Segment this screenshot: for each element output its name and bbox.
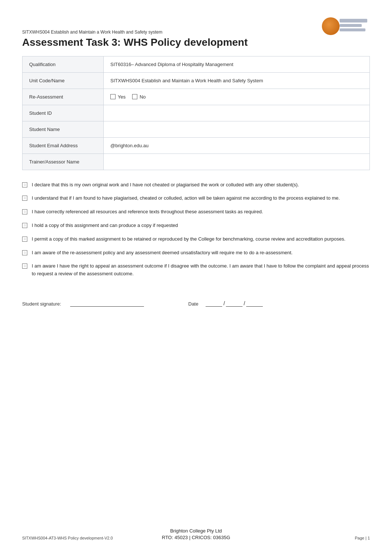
table-row: Student Email Address @brighton.edu.au	[23, 137, 370, 154]
value-student-name	[104, 121, 370, 137]
date-month[interactable]	[226, 300, 243, 307]
label-trainer-name: Trainer/Assessor Name	[23, 154, 104, 170]
list-item: □ I permit a copy of this marked assignm…	[22, 235, 370, 243]
declaration-text: I understand that if I am found to have …	[32, 194, 370, 202]
value-student-id	[104, 105, 370, 121]
label-unit-code: Unit Code/Name	[23, 72, 104, 89]
footer-center-line1: Brighton College Pty Ltd	[170, 528, 222, 534]
checkbox-yes[interactable]: Yes	[110, 94, 125, 100]
date-slash-1: /	[223, 300, 225, 307]
bullet-icon: □	[22, 237, 27, 242]
signature-line[interactable]	[70, 300, 144, 307]
footer-right: Page | 1	[355, 536, 370, 540]
date-year[interactable]	[246, 300, 263, 307]
label-re-assessment: Re-Assessment	[23, 89, 104, 105]
declaration-text: I declare that this is my own original w…	[32, 181, 370, 189]
declaration-list: □ I declare that this is my own original…	[22, 181, 370, 278]
page-footer: SITXWHS004-AT3-WHS Policy development-V2…	[22, 528, 370, 540]
list-item: □ I am aware of the re-assessment policy…	[22, 249, 370, 257]
declaration-text: I am aware of the re-assessment policy a…	[32, 249, 370, 257]
list-item: □ I am aware I have the right to appeal …	[22, 262, 370, 278]
list-item: □ I understand that if I am found to hav…	[22, 194, 370, 202]
list-item: □ I hold a copy of this assignment and c…	[22, 222, 370, 230]
value-trainer-name	[104, 154, 370, 170]
declaration-text: I have correctly referenced all resource…	[32, 208, 370, 216]
title-block: SITXWHS004 Establish and Maintain a Work…	[22, 15, 248, 49]
list-item: □ I have correctly referenced all resour…	[22, 208, 370, 216]
checkbox-no-label: No	[140, 94, 146, 100]
logo	[311, 15, 370, 37]
bullet-icon: □	[22, 182, 27, 187]
logo-circle-icon	[322, 17, 340, 35]
logo-shape	[322, 16, 370, 36]
value-qualification: SIT60316– Advanced Diploma of Hospitalit…	[104, 56, 370, 72]
declaration-section: □ I declare that this is my own original…	[22, 181, 370, 278]
table-row: Trainer/Assessor Name	[23, 154, 370, 170]
table-row: Student Name	[23, 121, 370, 137]
label-student-id: Student ID	[23, 105, 104, 121]
table-row: Qualification SIT60316– Advanced Diploma…	[23, 56, 370, 72]
logo-text-icon	[340, 19, 367, 31]
date-line: / /	[206, 300, 263, 307]
table-row: Unit Code/Name SITXWHS004 Establish and …	[23, 72, 370, 89]
declaration-text: I hold a copy of this assignment and can…	[32, 222, 370, 230]
page-header: SITXWHS004 Establish and Maintain a Work…	[22, 15, 370, 49]
label-student-name: Student Name	[23, 121, 104, 137]
date-day[interactable]	[206, 300, 222, 307]
value-unit-code: SITXWHS004 Establish and Maintain a Work…	[104, 72, 370, 89]
signature-label: Student signature:	[22, 301, 70, 307]
table-row: Re-Assessment Yes No	[23, 89, 370, 105]
value-re-assessment: Yes No	[104, 89, 370, 105]
bullet-icon: □	[22, 209, 27, 214]
bullet-icon: □	[22, 263, 27, 269]
checkbox-yes-label: Yes	[118, 94, 125, 100]
date-slash-2: /	[244, 300, 245, 307]
checkbox-no-box[interactable]	[132, 94, 137, 99]
declaration-text: I permit a copy of this marked assignmen…	[32, 235, 370, 243]
subtitle: SITXWHS004 Establish and Maintain a Work…	[22, 30, 248, 35]
footer-center-line2: RTO: 45023 | CRICOS: 03635G	[162, 535, 230, 540]
checkbox-yes-box[interactable]	[110, 94, 116, 99]
checkbox-no[interactable]: No	[132, 94, 146, 100]
table-row: Student ID	[23, 105, 370, 121]
label-qualification: Qualification	[23, 56, 104, 72]
main-title: Assessment Task 3: WHS Policy developmen…	[22, 36, 248, 49]
list-item: □ I declare that this is my own original…	[22, 181, 370, 189]
value-student-email: @brighton.edu.au	[104, 137, 370, 154]
label-student-email: Student Email Address	[23, 137, 104, 154]
bullet-icon: □	[22, 223, 27, 228]
declaration-text: I am aware I have the right to appeal an…	[32, 262, 370, 278]
signature-section: Student signature: Date / /	[22, 300, 370, 307]
info-table: Qualification SIT60316– Advanced Diploma…	[22, 56, 370, 170]
bullet-icon: □	[22, 250, 27, 255]
date-label: Date	[188, 301, 198, 307]
bullet-icon: □	[22, 196, 27, 201]
footer-left: SITXWHS004-AT3-WHS Policy development-V2…	[22, 536, 113, 540]
